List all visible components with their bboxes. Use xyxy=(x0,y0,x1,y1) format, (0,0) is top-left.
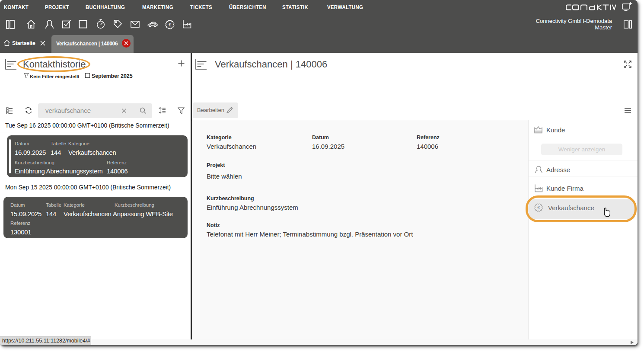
svg-text:€: € xyxy=(169,22,171,27)
